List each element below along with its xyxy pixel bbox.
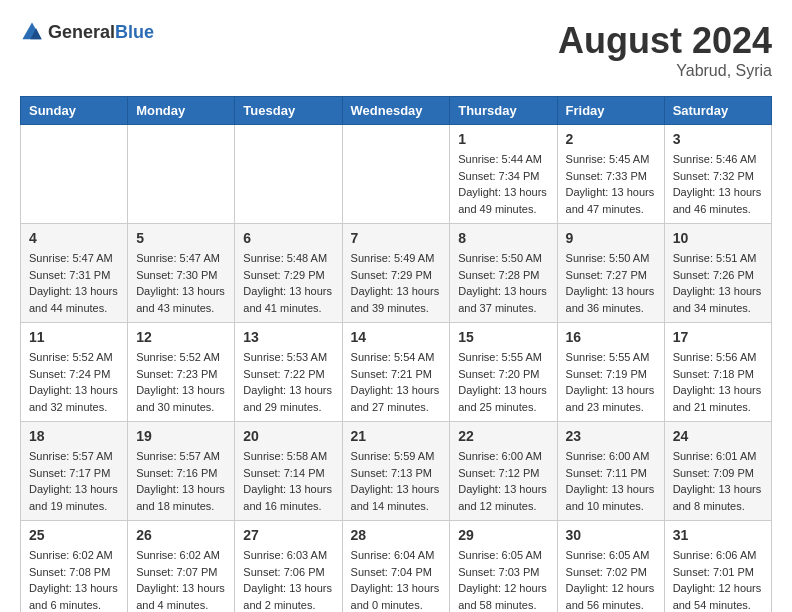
day-number: 11 xyxy=(29,329,119,345)
day-number: 5 xyxy=(136,230,226,246)
day-number: 6 xyxy=(243,230,333,246)
calendar-cell: 2Sunrise: 5:45 AM Sunset: 7:33 PM Daylig… xyxy=(557,125,664,224)
day-number: 7 xyxy=(351,230,442,246)
calendar-week-1: 1Sunrise: 5:44 AM Sunset: 7:34 PM Daylig… xyxy=(21,125,772,224)
day-info: Sunrise: 5:50 AM Sunset: 7:28 PM Dayligh… xyxy=(458,250,548,316)
calendar-cell: 23Sunrise: 6:00 AM Sunset: 7:11 PM Dayli… xyxy=(557,422,664,521)
day-number: 31 xyxy=(673,527,763,543)
calendar-cell: 20Sunrise: 5:58 AM Sunset: 7:14 PM Dayli… xyxy=(235,422,342,521)
day-info: Sunrise: 5:52 AM Sunset: 7:23 PM Dayligh… xyxy=(136,349,226,415)
calendar-cell: 5Sunrise: 5:47 AM Sunset: 7:30 PM Daylig… xyxy=(128,224,235,323)
day-number: 4 xyxy=(29,230,119,246)
day-info: Sunrise: 5:49 AM Sunset: 7:29 PM Dayligh… xyxy=(351,250,442,316)
calendar-cell: 27Sunrise: 6:03 AM Sunset: 7:06 PM Dayli… xyxy=(235,521,342,613)
day-info: Sunrise: 5:50 AM Sunset: 7:27 PM Dayligh… xyxy=(566,250,656,316)
calendar-cell: 25Sunrise: 6:02 AM Sunset: 7:08 PM Dayli… xyxy=(21,521,128,613)
calendar-cell: 4Sunrise: 5:47 AM Sunset: 7:31 PM Daylig… xyxy=(21,224,128,323)
day-info: Sunrise: 6:01 AM Sunset: 7:09 PM Dayligh… xyxy=(673,448,763,514)
day-number: 22 xyxy=(458,428,548,444)
weekday-wednesday: Wednesday xyxy=(342,97,450,125)
weekday-monday: Monday xyxy=(128,97,235,125)
weekday-sunday: Sunday xyxy=(21,97,128,125)
day-info: Sunrise: 5:59 AM Sunset: 7:13 PM Dayligh… xyxy=(351,448,442,514)
day-info: Sunrise: 6:03 AM Sunset: 7:06 PM Dayligh… xyxy=(243,547,333,612)
day-number: 23 xyxy=(566,428,656,444)
weekday-thursday: Thursday xyxy=(450,97,557,125)
logo-text-general: General xyxy=(48,22,115,42)
calendar-cell: 8Sunrise: 5:50 AM Sunset: 7:28 PM Daylig… xyxy=(450,224,557,323)
day-info: Sunrise: 5:52 AM Sunset: 7:24 PM Dayligh… xyxy=(29,349,119,415)
day-info: Sunrise: 5:53 AM Sunset: 7:22 PM Dayligh… xyxy=(243,349,333,415)
calendar-cell: 1Sunrise: 5:44 AM Sunset: 7:34 PM Daylig… xyxy=(450,125,557,224)
day-number: 15 xyxy=(458,329,548,345)
day-number: 20 xyxy=(243,428,333,444)
calendar-week-5: 25Sunrise: 6:02 AM Sunset: 7:08 PM Dayli… xyxy=(21,521,772,613)
day-number: 12 xyxy=(136,329,226,345)
calendar-cell xyxy=(128,125,235,224)
calendar-cell: 6Sunrise: 5:48 AM Sunset: 7:29 PM Daylig… xyxy=(235,224,342,323)
day-info: Sunrise: 6:02 AM Sunset: 7:07 PM Dayligh… xyxy=(136,547,226,612)
calendar-cell: 22Sunrise: 6:00 AM Sunset: 7:12 PM Dayli… xyxy=(450,422,557,521)
page-title: August 2024 xyxy=(558,20,772,62)
calendar-cell xyxy=(21,125,128,224)
day-info: Sunrise: 5:57 AM Sunset: 7:17 PM Dayligh… xyxy=(29,448,119,514)
day-number: 18 xyxy=(29,428,119,444)
title-block: August 2024 Yabrud, Syria xyxy=(558,20,772,80)
day-info: Sunrise: 5:47 AM Sunset: 7:31 PM Dayligh… xyxy=(29,250,119,316)
day-info: Sunrise: 5:44 AM Sunset: 7:34 PM Dayligh… xyxy=(458,151,548,217)
calendar-cell xyxy=(235,125,342,224)
calendar-body: 1Sunrise: 5:44 AM Sunset: 7:34 PM Daylig… xyxy=(21,125,772,613)
logo-icon xyxy=(20,20,44,44)
weekday-saturday: Saturday xyxy=(664,97,771,125)
day-number: 21 xyxy=(351,428,442,444)
day-info: Sunrise: 5:58 AM Sunset: 7:14 PM Dayligh… xyxy=(243,448,333,514)
calendar-cell: 19Sunrise: 5:57 AM Sunset: 7:16 PM Dayli… xyxy=(128,422,235,521)
calendar-cell: 3Sunrise: 5:46 AM Sunset: 7:32 PM Daylig… xyxy=(664,125,771,224)
page-header: GeneralBlue August 2024 Yabrud, Syria xyxy=(20,20,772,80)
calendar-cell: 17Sunrise: 5:56 AM Sunset: 7:18 PM Dayli… xyxy=(664,323,771,422)
day-info: Sunrise: 5:56 AM Sunset: 7:18 PM Dayligh… xyxy=(673,349,763,415)
calendar-cell: 7Sunrise: 5:49 AM Sunset: 7:29 PM Daylig… xyxy=(342,224,450,323)
calendar-cell: 10Sunrise: 5:51 AM Sunset: 7:26 PM Dayli… xyxy=(664,224,771,323)
day-number: 26 xyxy=(136,527,226,543)
calendar-cell: 30Sunrise: 6:05 AM Sunset: 7:02 PM Dayli… xyxy=(557,521,664,613)
day-number: 3 xyxy=(673,131,763,147)
day-number: 2 xyxy=(566,131,656,147)
day-number: 25 xyxy=(29,527,119,543)
calendar-cell: 13Sunrise: 5:53 AM Sunset: 7:22 PM Dayli… xyxy=(235,323,342,422)
day-info: Sunrise: 5:55 AM Sunset: 7:20 PM Dayligh… xyxy=(458,349,548,415)
day-info: Sunrise: 5:57 AM Sunset: 7:16 PM Dayligh… xyxy=(136,448,226,514)
calendar-cell xyxy=(342,125,450,224)
calendar-cell: 14Sunrise: 5:54 AM Sunset: 7:21 PM Dayli… xyxy=(342,323,450,422)
day-number: 8 xyxy=(458,230,548,246)
day-info: Sunrise: 5:54 AM Sunset: 7:21 PM Dayligh… xyxy=(351,349,442,415)
day-info: Sunrise: 6:05 AM Sunset: 7:02 PM Dayligh… xyxy=(566,547,656,612)
day-info: Sunrise: 6:00 AM Sunset: 7:11 PM Dayligh… xyxy=(566,448,656,514)
day-number: 30 xyxy=(566,527,656,543)
day-info: Sunrise: 5:45 AM Sunset: 7:33 PM Dayligh… xyxy=(566,151,656,217)
day-number: 16 xyxy=(566,329,656,345)
calendar-cell: 9Sunrise: 5:50 AM Sunset: 7:27 PM Daylig… xyxy=(557,224,664,323)
calendar-cell: 21Sunrise: 5:59 AM Sunset: 7:13 PM Dayli… xyxy=(342,422,450,521)
day-number: 10 xyxy=(673,230,763,246)
day-info: Sunrise: 5:46 AM Sunset: 7:32 PM Dayligh… xyxy=(673,151,763,217)
calendar-week-4: 18Sunrise: 5:57 AM Sunset: 7:17 PM Dayli… xyxy=(21,422,772,521)
day-info: Sunrise: 5:55 AM Sunset: 7:19 PM Dayligh… xyxy=(566,349,656,415)
calendar-cell: 31Sunrise: 6:06 AM Sunset: 7:01 PM Dayli… xyxy=(664,521,771,613)
day-info: Sunrise: 5:51 AM Sunset: 7:26 PM Dayligh… xyxy=(673,250,763,316)
calendar-cell: 15Sunrise: 5:55 AM Sunset: 7:20 PM Dayli… xyxy=(450,323,557,422)
calendar-week-3: 11Sunrise: 5:52 AM Sunset: 7:24 PM Dayli… xyxy=(21,323,772,422)
calendar-cell: 26Sunrise: 6:02 AM Sunset: 7:07 PM Dayli… xyxy=(128,521,235,613)
day-info: Sunrise: 6:04 AM Sunset: 7:04 PM Dayligh… xyxy=(351,547,442,612)
calendar-cell: 29Sunrise: 6:05 AM Sunset: 7:03 PM Dayli… xyxy=(450,521,557,613)
weekday-header-row: SundayMondayTuesdayWednesdayThursdayFrid… xyxy=(21,97,772,125)
calendar-cell: 16Sunrise: 5:55 AM Sunset: 7:19 PM Dayli… xyxy=(557,323,664,422)
day-info: Sunrise: 6:02 AM Sunset: 7:08 PM Dayligh… xyxy=(29,547,119,612)
logo-text-blue: Blue xyxy=(115,22,154,42)
day-number: 14 xyxy=(351,329,442,345)
calendar-cell: 12Sunrise: 5:52 AM Sunset: 7:23 PM Dayli… xyxy=(128,323,235,422)
day-info: Sunrise: 6:00 AM Sunset: 7:12 PM Dayligh… xyxy=(458,448,548,514)
day-info: Sunrise: 5:48 AM Sunset: 7:29 PM Dayligh… xyxy=(243,250,333,316)
calendar-cell: 18Sunrise: 5:57 AM Sunset: 7:17 PM Dayli… xyxy=(21,422,128,521)
day-number: 9 xyxy=(566,230,656,246)
